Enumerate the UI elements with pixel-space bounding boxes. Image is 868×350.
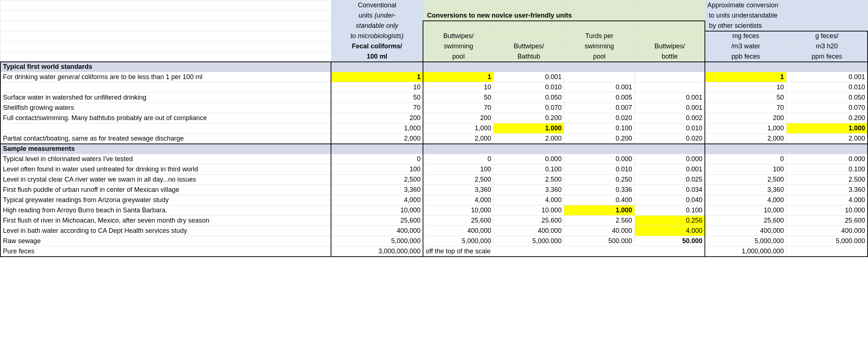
cell[interactable]: 2.560 [564,216,635,226]
cell[interactable]: 2.000 [786,134,868,144]
col-hdr[interactable]: ppb feces [705,52,786,62]
blank-cell[interactable] [564,62,635,72]
cell[interactable]: 200 [705,113,786,123]
cell[interactable]: 2,500 [423,175,493,185]
cell[interactable]: 4,000 [423,195,493,205]
cell[interactable]: 0.000 [494,154,564,164]
cell[interactable]: 0.001 [635,103,705,113]
cell[interactable] [564,72,635,82]
cell[interactable]: 10.000 [786,205,868,216]
hdr-conventional[interactable]: standable only [331,21,423,31]
cell[interactable]: 10.000 [494,205,564,216]
row-label[interactable]: Pure feces [0,246,331,257]
cell[interactable] [635,72,705,82]
hdr-scientist[interactable]: by other scientists [705,21,868,31]
cell[interactable]: 1,000,000,000 [705,246,786,257]
cell[interactable]: 0.100 [494,164,564,175]
blank-cell[interactable] [705,144,786,154]
blank-cell[interactable] [705,62,786,72]
cell[interactable] [786,246,868,257]
hdr-novice-blank[interactable] [423,0,493,11]
blank-cell[interactable] [494,144,564,154]
cell[interactable]: 5,000,000 [705,236,786,246]
cell[interactable]: 0.010 [786,82,868,93]
row-label[interactable]: Level in bath water according to CA Dept… [0,226,331,236]
cell[interactable]: 5,000.000 [494,236,564,246]
cell[interactable]: 25.600 [786,216,868,226]
cell[interactable]: 10,000 [705,205,786,216]
row-label[interactable] [0,123,331,134]
cell[interactable]: 2.500 [786,175,868,185]
cell[interactable]: 10,000 [331,205,423,216]
cell[interactable]: 1 [423,72,493,82]
blank-cell[interactable] [0,31,331,41]
blank-cell[interactable] [786,144,868,154]
cell[interactable]: 50.000 [635,236,705,246]
cell[interactable]: 2,000 [423,134,493,144]
blank-cell[interactable] [635,62,705,72]
cell[interactable]: 0.001 [564,82,635,93]
cell[interactable]: 10 [423,82,493,93]
cell[interactable]: 0.001 [786,72,868,82]
cell[interactable]: 1,000 [423,123,493,134]
section-title[interactable]: Sample measurements [0,144,331,154]
blank-cell[interactable] [331,144,423,154]
hdr-novice-blank[interactable] [494,0,564,11]
blank-cell[interactable] [494,62,564,72]
hdr-conventional[interactable]: Fecal coliforms/ [331,41,423,52]
cell[interactable]: 200 [331,113,423,123]
cell[interactable]: 0.005 [564,93,635,103]
cell[interactable]: 0 [705,154,786,164]
hdr-novice-blank[interactable] [635,0,705,11]
cell[interactable]: 5,000.000 [786,236,868,246]
col-hdr[interactable]: Buttwipes/ [494,41,564,52]
hdr-novice-title[interactable]: Conversions to new novice user-friendly … [423,11,705,21]
col-hdr[interactable]: mg feces [705,31,786,41]
cell[interactable]: 50 [705,93,786,103]
cell[interactable]: 100 [705,164,786,175]
cell[interactable]: 0.336 [564,185,635,195]
cell[interactable]: 1 [331,72,423,82]
cell[interactable]: 3,000,000,000 [331,246,423,257]
blank-cell[interactable] [564,144,635,154]
cell[interactable]: 0.001 [635,93,705,103]
row-label[interactable]: Shellfish growing waters [0,103,331,113]
cell[interactable]: 0.250 [564,175,635,185]
row-label[interactable]: Level in crystal clear CA river water we… [0,175,331,185]
cell[interactable]: 10 [705,82,786,93]
cell[interactable]: 2,500 [705,175,786,185]
cell[interactable]: 0.200 [786,113,868,123]
cell[interactable]: 0.020 [564,113,635,123]
cell[interactable]: 2,000 [705,134,786,144]
cell[interactable]: 3,360 [423,185,493,195]
cell[interactable]: 2,000 [331,134,423,144]
cell[interactable]: 0.040 [635,195,705,205]
cell[interactable]: 25.600 [494,216,564,226]
col-hdr[interactable]: swimming [564,41,635,52]
blank-cell[interactable] [423,62,493,72]
cell[interactable]: 4,000 [705,195,786,205]
cell[interactable]: 0.000 [564,154,635,164]
cell[interactable]: 0 [423,154,493,164]
cell[interactable]: 0.001 [494,72,564,82]
cell[interactable]: 400.000 [786,226,868,236]
blank-cell[interactable] [0,21,331,31]
cell[interactable]: 4,000 [331,195,423,205]
cell[interactable]: 0.002 [635,113,705,123]
cell[interactable]: 400,000 [705,226,786,236]
blank-cell[interactable] [635,144,705,154]
cell[interactable]: 0.034 [635,185,705,195]
hdr-scientist[interactable]: to units understandable [705,11,868,21]
cell[interactable]: 4.000 [635,226,705,236]
cell[interactable]: 0.001 [635,164,705,175]
row-label[interactable]: Typical greywater readings from Arizona … [0,195,331,205]
row-label[interactable]: First flush of river in Michoacan, Mexic… [0,216,331,226]
cell[interactable]: 50 [331,93,423,103]
cell[interactable]: 2,500 [331,175,423,185]
row-label[interactable]: First flush puddle of urban runoff in ce… [0,185,331,195]
cell[interactable]: 1,000 [705,123,786,134]
hdr-novice-blank[interactable] [564,21,635,31]
row-label[interactable]: For drinking water general coliforms are… [0,72,331,82]
cell[interactable]: 0 [331,154,423,164]
cell[interactable]: 400,000 [331,226,423,236]
